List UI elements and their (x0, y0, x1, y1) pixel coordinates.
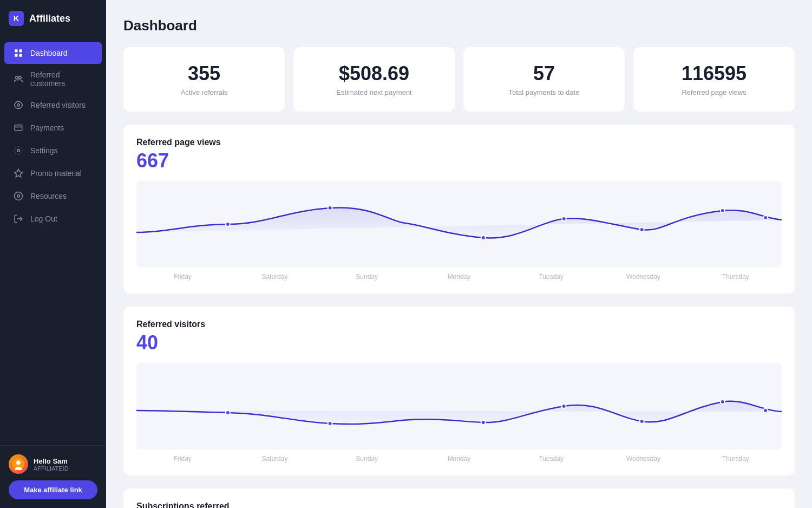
main-content: Dashboard 355 Active referrals $508.69 E… (106, 0, 812, 508)
sidebar-referred-customers-label: Referred customers (30, 70, 93, 88)
chart-day: Thursday (690, 455, 782, 463)
chart-day: Monday (413, 273, 505, 281)
sidebar-settings-label: Settings (30, 146, 58, 155)
referred-visitors-icon (13, 100, 24, 110)
chart-area-visitors (136, 363, 782, 450)
sidebar-nav: Dashboard Referred customers Referred vi… (0, 37, 106, 445)
stat-card-page-views: 116595 Referred page views (633, 47, 795, 112)
chart-day: Wednesday (597, 455, 689, 463)
make-affiliate-link-button[interactable]: Make affiliate link (9, 480, 97, 499)
user-name: Hello Sam (34, 457, 69, 465)
chart-day: Wednesday (597, 273, 689, 281)
sidebar: K Affiliates Dashboard (0, 0, 106, 508)
sidebar-footer: Hello Sam AFFILIATEID Make affiliate lin… (0, 445, 106, 508)
chart-area-page-views (136, 181, 782, 268)
svg-rect-2 (15, 54, 17, 57)
resources-icon (13, 191, 24, 201)
chart-title-subscriptions: Subscriptions referred (136, 502, 782, 508)
sidebar-referred-visitors-label: Referred visitors (30, 101, 86, 109)
svg-point-22 (763, 216, 768, 220)
stat-label-page-views: Referred page views (646, 88, 782, 96)
user-info: Hello Sam AFFILIATEID (9, 454, 97, 474)
svg-point-18 (481, 236, 486, 240)
sidebar-dashboard-label: Dashboard (30, 49, 68, 57)
svg-rect-3 (19, 54, 22, 57)
chart-referred-page-views: Referred page views 667 (123, 125, 795, 294)
svg-point-25 (481, 420, 486, 425)
dashboard-icon (13, 48, 24, 58)
stat-value-total-payments: 57 (476, 62, 612, 85)
stat-value-estimated-payment: $508.69 (306, 62, 442, 85)
stat-label-estimated-payment: Estimated next payment (306, 88, 442, 96)
chart-day: Saturday (228, 455, 320, 463)
stats-grid: 355 Active referrals $508.69 Estimated n… (123, 47, 795, 112)
svg-point-4 (16, 76, 18, 79)
chart-day: Saturday (228, 273, 320, 281)
stat-label-active-referrals: Active referrals (136, 88, 272, 96)
svg-point-24 (328, 421, 332, 426)
svg-point-21 (721, 209, 725, 213)
stat-value-active-referrals: 355 (136, 62, 272, 85)
sidebar-item-promo-material[interactable]: Promo material (4, 162, 102, 184)
sidebar-item-resources[interactable]: Resources (4, 185, 102, 207)
promo-material-icon (13, 168, 24, 179)
stat-value-page-views: 116595 (646, 62, 782, 85)
chart-day: Friday (136, 273, 228, 281)
svg-point-19 (562, 217, 566, 221)
sidebar-item-referred-customers[interactable]: Referred customers (4, 65, 102, 93)
svg-point-28 (721, 400, 725, 404)
svg-point-29 (763, 408, 768, 413)
app-name: Affiliates (29, 13, 70, 24)
chart-day: Tuesday (505, 273, 597, 281)
chart-value-visitors: 40 (136, 331, 782, 354)
sidebar-item-settings[interactable]: Settings (4, 140, 102, 161)
stat-card-active-referrals: 355 Active referrals (123, 47, 285, 112)
chart-title-visitors: Referred visitors (136, 320, 782, 329)
chart-day: Friday (136, 455, 228, 463)
user-id: AFFILIATEID (34, 465, 69, 472)
svg-marker-9 (15, 170, 23, 177)
stat-card-total-payments: 57 Total payments to date (463, 47, 625, 112)
settings-icon (13, 145, 24, 156)
app-logo: K Affiliates (0, 0, 106, 37)
svg-rect-0 (15, 49, 17, 52)
sidebar-promo-label: Promo material (30, 169, 82, 178)
svg-point-26 (562, 404, 566, 408)
chart-days-visitors: Friday Saturday Sunday Monday Tuesday We… (136, 450, 782, 463)
svg-point-27 (640, 419, 644, 424)
svg-rect-1 (19, 49, 22, 52)
chart-days-page-views: Friday Saturday Sunday Monday Tuesday We… (136, 268, 782, 281)
logout-icon (13, 213, 24, 224)
svg-point-16 (226, 222, 230, 226)
chart-day: Sunday (321, 273, 413, 281)
sidebar-resources-label: Resources (30, 192, 67, 200)
payments-icon (13, 122, 24, 133)
sidebar-item-dashboard[interactable]: Dashboard (4, 42, 102, 64)
chart-day: Monday (413, 455, 505, 463)
svg-point-8 (17, 149, 20, 152)
chart-referred-visitors: Referred visitors 40 (123, 307, 795, 476)
sidebar-logout-label: Log Out (30, 214, 57, 223)
avatar (9, 454, 28, 474)
svg-point-11 (17, 195, 20, 198)
sidebar-item-logout[interactable]: Log Out (4, 208, 102, 230)
sidebar-item-payments[interactable]: Payments (4, 117, 102, 139)
chart-subscriptions-referred: Subscriptions referred 66 (123, 489, 795, 508)
sidebar-item-referred-visitors[interactable]: Referred visitors (4, 94, 102, 116)
svg-point-6 (17, 104, 20, 107)
sidebar-payments-label: Payments (30, 123, 64, 132)
chart-day: Tuesday (505, 455, 597, 463)
referred-customers-icon (13, 74, 24, 84)
svg-point-10 (15, 192, 23, 200)
svg-point-23 (226, 411, 230, 415)
svg-point-5 (19, 76, 22, 79)
svg-point-20 (640, 227, 644, 232)
chart-value-page-views: 667 (136, 149, 782, 172)
svg-rect-7 (15, 125, 22, 131)
svg-point-14 (16, 460, 21, 465)
chart-day: Thursday (690, 273, 782, 281)
stat-card-estimated-payment: $508.69 Estimated next payment (293, 47, 455, 112)
chart-day: Sunday (321, 455, 413, 463)
svg-point-17 (328, 206, 332, 210)
user-text: Hello Sam AFFILIATEID (34, 457, 69, 472)
